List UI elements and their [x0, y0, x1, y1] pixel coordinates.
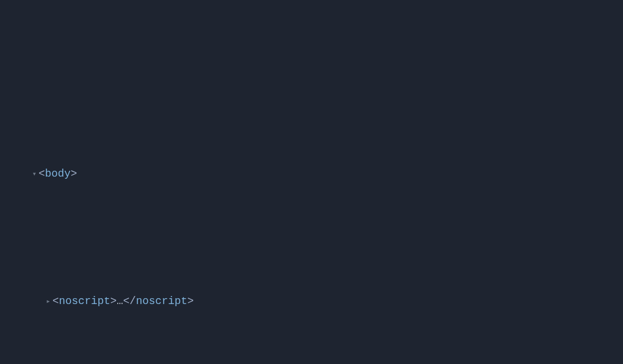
dom-tree: <body> <noscript>…</noscript> <div id="a… [0, 73, 623, 364]
tree-node-body[interactable]: <body> [0, 147, 623, 201]
tree-node-noscript[interactable]: <noscript>…</noscript> [0, 274, 623, 329]
chevron-right-icon[interactable] [46, 292, 52, 298]
chevron-down-icon[interactable] [32, 164, 39, 171]
